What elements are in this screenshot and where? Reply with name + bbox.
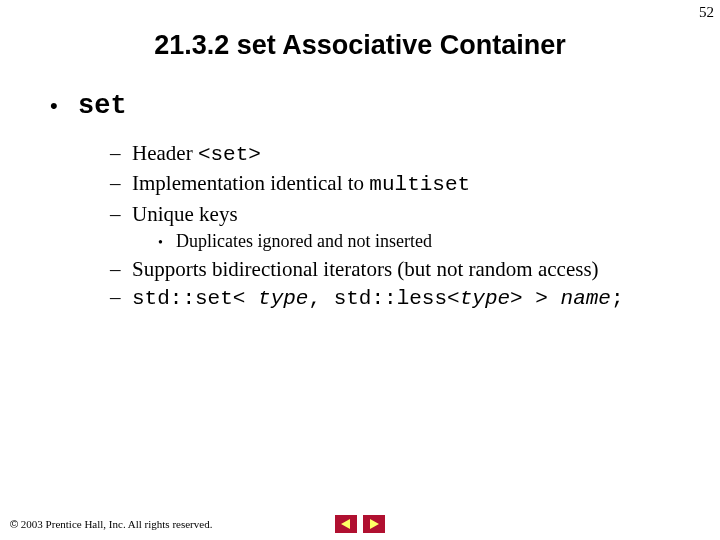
- slide-title: 21.3.2 set Associative Container: [0, 30, 720, 61]
- decl-end: > >: [510, 287, 560, 310]
- decl-name: name: [561, 287, 611, 310]
- dup-text: Duplicates ignored and not inserted: [176, 231, 432, 251]
- footer: © 2003 Prentice Hall, Inc. All rights re…: [10, 518, 710, 530]
- bullet-set: •set: [50, 91, 690, 121]
- bullet-set-text: set: [78, 91, 127, 121]
- decl-start: std::set<: [132, 287, 258, 310]
- dash-icon: –: [110, 283, 132, 311]
- svg-marker-0: [341, 519, 350, 529]
- copyright-label: 2003 Prentice Hall, Inc. All rights rese…: [18, 518, 212, 530]
- dash-icon: –: [110, 255, 132, 283]
- item-implementation: –Implementation identical to multiset: [50, 169, 690, 199]
- decl-type2: type: [460, 287, 510, 310]
- iter-text: Supports bidirectional iterators (but no…: [132, 257, 599, 281]
- item-duplicates: •Duplicates ignored and not inserted: [50, 228, 690, 255]
- triangle-right-icon: [368, 518, 380, 530]
- impl-prefix: Implementation identical to: [132, 171, 369, 195]
- item-iterators: –Supports bidirectional iterators (but n…: [50, 255, 690, 283]
- page-number: 52: [699, 4, 714, 21]
- content-area: •set –Header <set> –Implementation ident…: [0, 91, 720, 314]
- dash-icon: –: [110, 200, 132, 228]
- bullet-dot: •: [50, 93, 78, 119]
- prev-button[interactable]: [335, 515, 357, 533]
- dash-icon: –: [110, 139, 132, 167]
- item-unique-keys: –Unique keys: [50, 200, 690, 228]
- dash-icon: –: [110, 169, 132, 197]
- svg-marker-1: [370, 519, 379, 529]
- copyright-text: © 2003 Prentice Hall, Inc. All rights re…: [10, 518, 212, 530]
- copyright-icon: ©: [10, 518, 18, 530]
- decl-mid: , std::less<: [308, 287, 459, 310]
- header-code: <set>: [198, 143, 261, 166]
- impl-code: multiset: [369, 173, 470, 196]
- item-declaration: –std::set< type, std::less<type> > name;: [50, 283, 690, 313]
- nav-buttons: [335, 515, 385, 533]
- decl-type1: type: [258, 287, 308, 310]
- triangle-left-icon: [340, 518, 352, 530]
- next-button[interactable]: [363, 515, 385, 533]
- dot-icon: •: [158, 232, 176, 253]
- unique-text: Unique keys: [132, 202, 238, 226]
- header-prefix: Header: [132, 141, 198, 165]
- item-header: –Header <set>: [50, 139, 690, 169]
- decl-semi: ;: [611, 287, 624, 310]
